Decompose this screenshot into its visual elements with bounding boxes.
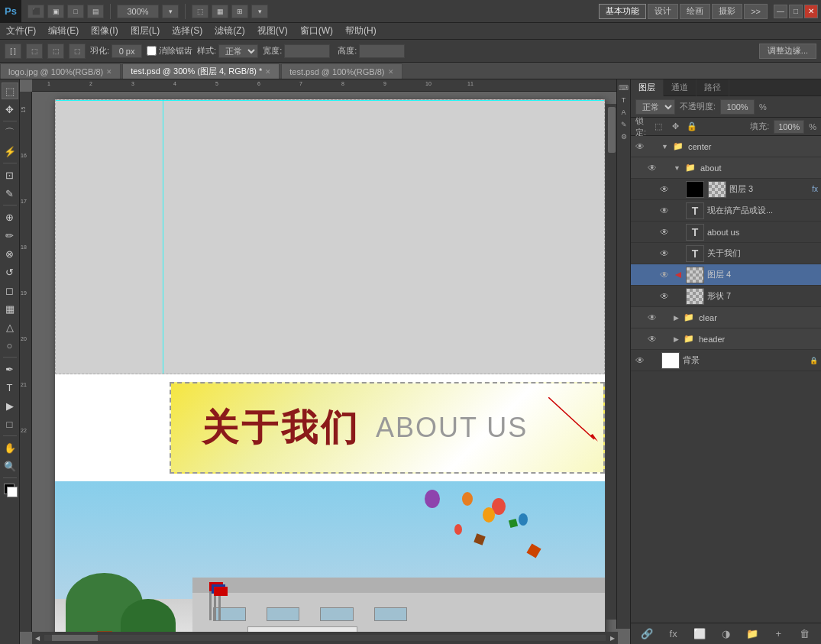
tool-eyedropper[interactable]: ✎ bbox=[2, 185, 18, 202]
tool-gradient[interactable]: ▦ bbox=[2, 300, 18, 317]
canvas-viewport[interactable]: 关于我们 ABOUT US bbox=[32, 92, 618, 632]
workspace-photo[interactable]: 摄影 bbox=[712, 4, 742, 19]
menu-file[interactable]: 文件(F) bbox=[0, 23, 42, 40]
maximize-button[interactable]: □ bbox=[789, 5, 803, 18]
tab-test-100-close[interactable]: ✕ bbox=[388, 68, 394, 76]
antialias-checkbox[interactable] bbox=[147, 46, 157, 56]
layer-eye-header[interactable]: 👁 bbox=[646, 333, 658, 345]
layer-row-clear[interactable]: 👁 ▶ 📁 clear bbox=[631, 307, 821, 328]
screen-mode[interactable]: ▾ bbox=[251, 5, 268, 18]
tool-magic-wand[interactable]: ⚡ bbox=[2, 143, 18, 160]
layer-row-layer4[interactable]: 👁 图层 4 bbox=[631, 264, 821, 286]
menu-edit[interactable]: 编辑(E) bbox=[42, 23, 85, 40]
doc-btn-3[interactable]: □ bbox=[67, 5, 84, 18]
tool-text[interactable]: T bbox=[2, 379, 18, 396]
selection-marquee-btn[interactable]: [ ] bbox=[5, 44, 21, 59]
doc-btn-2[interactable]: ▣ bbox=[47, 5, 64, 18]
style-select[interactable]: 正常 bbox=[218, 44, 258, 58]
doc-btn-1[interactable]: ⬛ bbox=[27, 5, 44, 18]
selection-btn-3[interactable]: ⬚ bbox=[47, 44, 64, 59]
view-btn-2[interactable]: ▦ bbox=[212, 5, 228, 18]
tool-pen[interactable]: ✒ bbox=[2, 361, 18, 377]
tool-eraser[interactable]: ◻ bbox=[2, 282, 18, 299]
rt-btn-4[interactable]: ✎ bbox=[619, 119, 629, 130]
lock-all[interactable]: 🔒 bbox=[686, 121, 698, 133]
panel-tab-channels[interactable]: 通道 bbox=[664, 79, 697, 96]
nav-btn-right[interactable]: ▶ bbox=[607, 633, 618, 643]
panel-tab-layers[interactable]: 图层 bbox=[631, 79, 664, 96]
tab-test-300[interactable]: test.psd @ 300% (图层 4, RGB/8) * ✕ bbox=[122, 63, 280, 79]
zoom-display[interactable]: 300% bbox=[117, 5, 159, 18]
nav-btn-left[interactable]: ◀ bbox=[32, 633, 43, 643]
layer-row-text1[interactable]: 👁 T 现在搞产品或设... bbox=[631, 200, 821, 222]
layer-row-about[interactable]: 👁 ▼ 📁 about bbox=[631, 157, 821, 179]
tab-test-100[interactable]: test.psd @ 100%(RGB/8) ✕ bbox=[281, 63, 402, 79]
layer-eye-layer3[interactable]: 👁 bbox=[658, 183, 671, 196]
layer-eye-layer4[interactable]: 👁 bbox=[658, 269, 671, 281]
height-input[interactable] bbox=[359, 44, 405, 58]
tool-blur[interactable]: △ bbox=[2, 319, 18, 335]
menu-image[interactable]: 图像(I) bbox=[85, 23, 124, 40]
menu-layer[interactable]: 图层(L) bbox=[124, 23, 166, 40]
rt-btn-1[interactable]: ⌨ bbox=[619, 83, 629, 93]
rt-btn-3[interactable]: A bbox=[619, 107, 629, 118]
layer-row-shape7[interactable]: 👁 形状 7 bbox=[631, 286, 821, 307]
doc-btn-4[interactable]: ▤ bbox=[87, 5, 104, 18]
lock-checkerboard[interactable]: ⬚ bbox=[652, 121, 664, 133]
tool-hand[interactable]: ✋ bbox=[2, 439, 18, 456]
rt-btn-2[interactable]: T bbox=[619, 95, 629, 105]
tool-zoom[interactable]: 🔍 bbox=[2, 458, 18, 474]
opacity-input[interactable] bbox=[720, 99, 755, 115]
foreground-color[interactable] bbox=[2, 481, 18, 498]
layer-row-layer3[interactable]: 👁 图层 3 fx bbox=[631, 179, 821, 200]
h-scroll-track[interactable] bbox=[44, 635, 606, 641]
fill-input[interactable] bbox=[774, 120, 804, 134]
tool-dodge[interactable]: ○ bbox=[2, 337, 18, 354]
rt-btn-5[interactable]: ⚙ bbox=[619, 131, 629, 142]
layer-eye-center[interactable]: 👁 bbox=[634, 141, 646, 153]
menu-view[interactable]: 视图(V) bbox=[251, 23, 294, 40]
layer-eye-about[interactable]: 👁 bbox=[646, 162, 658, 174]
blend-mode-select[interactable]: 正常 bbox=[635, 99, 675, 115]
layer-eye-clear[interactable]: 👁 bbox=[646, 312, 658, 324]
tool-lasso[interactable]: ⌒ bbox=[2, 125, 18, 141]
tab-logo-close[interactable]: ✕ bbox=[106, 68, 112, 76]
layer-row-header[interactable]: 👁 ▶ 📁 header bbox=[631, 328, 821, 350]
width-input[interactable] bbox=[284, 44, 330, 58]
layer-adjustment-btn[interactable]: ◑ bbox=[719, 627, 732, 641]
tool-brush[interactable]: ✏ bbox=[2, 227, 18, 244]
adjust-edges-button[interactable]: 调整边缘... bbox=[759, 44, 816, 59]
tab-logo[interactable]: logo.jpg @ 100%(RGB/8) ✕ bbox=[0, 63, 121, 79]
layer-arrow-center[interactable]: ▼ bbox=[661, 143, 668, 150]
tool-history-brush[interactable]: ↺ bbox=[2, 264, 18, 280]
selection-btn-4[interactable]: ⬚ bbox=[69, 44, 86, 59]
tool-marquee[interactable]: ⬚ bbox=[2, 83, 18, 99]
layer-eye-background[interactable]: 👁 bbox=[634, 354, 646, 367]
feather-input[interactable] bbox=[112, 44, 142, 58]
layer-eye-text1[interactable]: 👁 bbox=[658, 205, 671, 217]
tab-test-300-close[interactable]: ✕ bbox=[265, 68, 271, 76]
workspace-paint[interactable]: 绘画 bbox=[680, 4, 710, 19]
view-btn-1[interactable]: ⬚ bbox=[192, 5, 208, 18]
layer-row-background[interactable]: 👁 背景 🔒 bbox=[631, 350, 821, 371]
layer-add-btn[interactable]: + bbox=[771, 627, 785, 641]
tool-crop[interactable]: ⊡ bbox=[2, 167, 18, 183]
tool-shape[interactable]: □ bbox=[2, 416, 18, 432]
menu-select[interactable]: 选择(S) bbox=[166, 23, 208, 40]
layer-folder-btn[interactable]: 📁 bbox=[745, 627, 759, 641]
tool-clone[interactable]: ⊗ bbox=[2, 245, 18, 262]
v-scroll-thumb[interactable] bbox=[608, 107, 616, 153]
layer-fx-btn[interactable]: fx bbox=[667, 627, 680, 641]
layer-link-btn[interactable]: 🔗 bbox=[640, 627, 654, 641]
layer-delete-btn[interactable]: 🗑 bbox=[798, 627, 812, 641]
selection-btn-2[interactable]: ⬚ bbox=[26, 44, 43, 59]
layer-eye-shape7[interactable]: 👁 bbox=[658, 290, 671, 303]
layer-arrow-about[interactable]: ▼ bbox=[674, 164, 680, 172]
minimize-button[interactable]: — bbox=[774, 5, 787, 18]
workspace-design[interactable]: 设计 bbox=[648, 4, 678, 19]
view-btn-3[interactable]: ⊞ bbox=[231, 5, 248, 18]
menu-help[interactable]: 帮助(H) bbox=[339, 23, 383, 40]
zoom-dropdown[interactable]: ▾ bbox=[162, 5, 179, 18]
panel-tab-paths[interactable]: 路径 bbox=[697, 79, 729, 96]
layer-mask-btn[interactable]: ⬜ bbox=[693, 627, 706, 641]
